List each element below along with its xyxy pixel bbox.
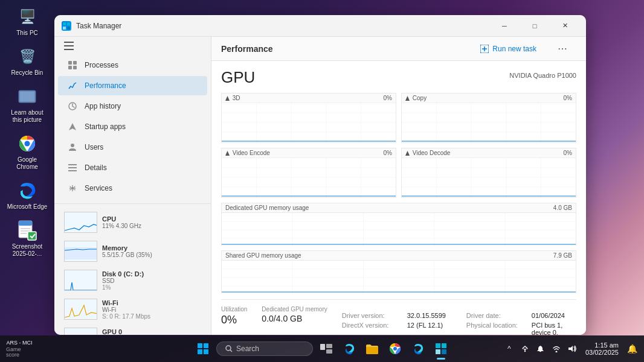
svg-point-96 [226,346,231,351]
sidebar-item-processes[interactable]: Processes [58,56,207,75]
run-new-task-button[interactable]: Run new task [475,42,541,56]
app-history-label: App history [85,102,121,110]
tray-notification-icon[interactable] [535,343,547,355]
svg-rect-106 [436,349,440,354]
gpu-header: GPU NVIDIA Quadro P1000 [221,68,576,87]
startup-label: Startup apps [85,122,126,131]
svg-rect-13 [67,22,70,25]
chrome-icon [16,133,38,154]
services-icon [68,183,77,193]
performance-icon [68,81,77,91]
perf-cpu[interactable]: CPU 11% 4.30 GHz [58,208,207,237]
app-history-icon [68,101,77,111]
shared-memory-max: 7.9 GB [553,252,572,259]
chart-3d-label: 3D [225,95,240,101]
startup-icon [68,122,77,132]
more-options-button[interactable]: ⋯ [549,39,576,59]
chart-3d: 3D 0% [221,93,396,143]
taskbar-edge-icon[interactable] [340,339,359,358]
tray-network-icon[interactable] [519,343,531,355]
chart-row-1: 3D 0% [221,93,576,143]
svg-marker-58 [225,151,230,156]
taskbar-taskmanager-icon[interactable] [431,339,451,358]
game-score-item[interactable]: ARS - MCI Game score [6,339,33,358]
task-manager-app-icon [62,21,71,31]
chart-encode-area [222,158,396,197]
taskbar-chrome-icon[interactable] [385,339,405,358]
desktop-icon-chrome[interactable]: Google Chrome [6,133,48,171]
svg-point-5 [25,141,30,147]
desktop-icons: 🖥️ This PC 🗑️ Recycle Bin Learn about th… [6,6,48,258]
driver-version-row: Driver version: 32.0.15.5599 [342,312,452,319]
desktop-icon-recycle-bin[interactable]: 🗑️ Recycle Bin [6,46,48,77]
perf-disk[interactable]: Disk 0 (C: D:) SSD 1% [58,266,207,294]
chart-encode-val: 0% [384,150,392,156]
sidebar-item-app-history[interactable]: App history [58,97,207,116]
sidebar-item-startup[interactable]: Startup apps [58,117,207,136]
shared-memory-label: Shared GPU memory usage [225,252,301,259]
gpu0-mini-chart [64,328,97,335]
gpu-content: GPU NVIDIA Quadro P1000 3D 0% [211,61,586,335]
chart-video-decode: Video Decode 0% [401,148,576,198]
tray-notification-bell[interactable]: 🔔 [626,343,638,355]
chart-3d-area [222,103,396,142]
wifi-info: Wi-Fi Wi-Fi S: 0 R: 17.7 Mbps [102,299,201,320]
game-score-label: ARS - MCI [6,340,32,346]
time: 1:15 am [594,341,619,349]
users-label: Users [85,143,103,151]
svg-rect-12 [63,22,66,25]
taskbar-left: ARS - MCI Game score [6,339,33,358]
hamburger-menu-button[interactable] [59,42,79,50]
svg-rect-17 [64,45,74,46]
dedicated-val: 0.0/4.0 GB [262,314,327,323]
users-icon [68,142,77,152]
perf-gpu0[interactable]: GPU 0 Intel(R) UHD Graphic... 0% [58,324,207,335]
perf-wifi[interactable]: Wi-Fi Wi-Fi S: 0 R: 17.7 Mbps [58,295,207,323]
tray-volume-icon[interactable] [566,343,578,355]
window-title: Task Manager [76,22,121,30]
chart-copy-label: Copy [405,95,427,101]
this-pc-icon: 🖥️ [16,6,38,28]
sidebar-item-users[interactable]: Users [58,138,207,157]
tray-wifi-icon[interactable] [550,343,562,355]
perf-memory[interactable]: Memory 5.5/15.7 GB (35%) [58,237,207,265]
minimize-button[interactable]: ─ [491,16,518,36]
search-bar[interactable]: Search [216,341,313,356]
stat-utilization: Utilization 0% [221,306,247,335]
recycle-bin-label: Recycle Bin [11,69,43,77]
shared-memory-section: Shared GPU memory usage 7.9 GB [221,250,576,293]
chart-decode-area [402,158,576,197]
sidebar-item-performance[interactable]: Performance [58,76,207,95]
svg-rect-8 [21,228,30,229]
tm-topbar: Performance Run new task ⋯ [211,37,586,61]
desktop-icon-learn[interactable]: Learn about this picture [6,86,48,124]
close-button[interactable]: ✕ [551,16,579,36]
gpu-title: GPU [221,68,255,87]
tray-chevron[interactable]: ^ [503,343,515,355]
desktop-icon-edge[interactable]: Microsoft Edge [6,180,48,211]
svg-rect-10 [21,233,27,234]
desktop-icon-screenshot[interactable]: Screenshot 2025-02-... [6,220,48,258]
info-block: Driver version: 32.0.15.5599 Driver date… [342,306,576,335]
svg-rect-84 [222,261,576,294]
edge-label: Microsoft Edge [7,203,48,211]
chart-encode-label: Video Encode [225,150,270,156]
title-bar-left: Task Manager [62,21,121,31]
taskbar-edge2-icon[interactable] [408,339,428,358]
chart-video-encode: Video Encode 0% [221,148,396,198]
disk-mini-chart [64,270,97,291]
svg-rect-98 [320,344,325,350]
sidebar-item-details[interactable]: Details [58,158,207,177]
gpu-subtitle: NVIDIA Quadro P1000 [509,72,576,79]
directx-row: DirectX version: 12 (FL 12.1) [342,322,452,335]
task-view-button[interactable] [317,339,336,358]
desktop-icon-this-pc[interactable]: 🖥️ This PC [6,6,48,37]
svg-marker-40 [225,96,230,101]
learn-label: Learn about this picture [6,109,48,124]
svg-rect-32 [65,270,97,291]
time-date[interactable]: 1:15 am 03/02/2025 [583,340,621,357]
start-button[interactable] [193,339,213,358]
taskbar-explorer-icon[interactable] [362,339,382,358]
maximize-button[interactable]: □ [521,16,549,36]
sidebar-item-services[interactable]: Services [58,179,207,198]
